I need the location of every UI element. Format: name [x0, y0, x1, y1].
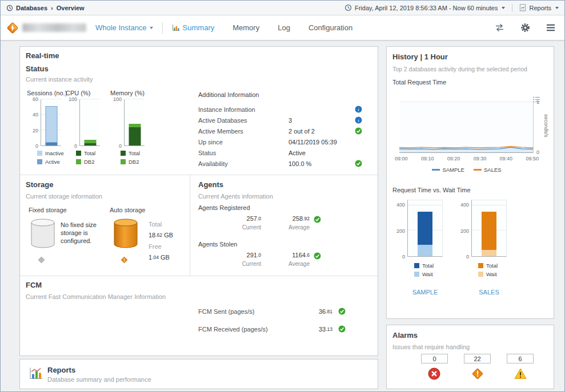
info-label: FCM Received (pages/s): [198, 326, 291, 333]
scope-selector[interactable]: Whole Instance: [95, 23, 153, 32]
check-icon: [355, 160, 364, 167]
divider: [162, 22, 163, 34]
plot-area: [41, 99, 61, 146]
total-request-time-chart: 1 0 seconds/s 09:0009:1009:2009:3009:400…: [392, 102, 549, 181]
check-icon: [355, 127, 364, 135]
info-label: Availability: [198, 160, 288, 167]
chart-legend: TotalWait: [478, 262, 518, 277]
chart-legend: TotalDB2: [121, 150, 155, 165]
info-icon[interactable]: i: [355, 116, 364, 124]
x-axis-tick: 09:10: [421, 156, 434, 161]
y-axis-tick: 0: [35, 144, 38, 149]
plot-area: [471, 200, 507, 257]
breadcrumb-overview: Overview: [57, 5, 85, 11]
chart-title: Memory (%): [110, 90, 155, 96]
tab-summary[interactable]: Summary: [172, 23, 215, 32]
reports-panel[interactable]: Reports Database summary and performance: [19, 359, 378, 389]
legend-label: Active: [45, 159, 60, 165]
y-axis-tick: 200: [396, 228, 405, 233]
info-rows: Instance InformationiActive Databases3iA…: [198, 104, 364, 169]
stacked-bar: [84, 99, 96, 146]
legend-swatch: [76, 159, 81, 164]
time-range-selector[interactable]: Friday, April 12, 2019 8:56:33 AM - Now …: [355, 5, 498, 11]
info-label: FCM Sent (pages/s): [198, 308, 291, 315]
report-icon: [519, 4, 526, 11]
chevron-down-icon[interactable]: [555, 7, 559, 9]
reports-chart-icon: [28, 366, 43, 383]
info-value: 33.13: [291, 326, 338, 333]
header-actions: [495, 23, 559, 33]
gear-icon[interactable]: [520, 23, 530, 33]
app-window: Databases › Overview Friday, April 12, 2…: [0, 0, 565, 392]
fatal-count[interactable]: 0: [421, 354, 448, 363]
legend-label: Wait: [422, 271, 433, 277]
top-bar: Databases › Overview Friday, April 12, 2…: [1, 1, 564, 15]
divider: [20, 276, 378, 276]
sessions-chart: Sessions (no.) 6040200 InactiveActive: [27, 90, 71, 165]
check-icon: [314, 252, 321, 262]
bar-segment-active: [45, 143, 57, 146]
info-icon[interactable]: i: [355, 106, 364, 113]
check-icon: [338, 308, 347, 315]
breadcrumb-databases[interactable]: Databases: [16, 5, 47, 11]
menu-icon[interactable]: [546, 24, 555, 31]
y-axis: 1000: [66, 99, 79, 146]
chart-legend: TotalDB2: [76, 150, 110, 165]
legend-label: Total: [129, 150, 140, 156]
x-axis-tick: 09:30: [474, 156, 487, 161]
fatal-icon[interactable]: [428, 367, 440, 380]
critical-count[interactable]: 22: [464, 354, 491, 363]
critical-status-icon[interactable]: [121, 256, 128, 266]
info-row: Availability100.0 %: [198, 158, 364, 169]
y-axis: 1000: [110, 99, 124, 146]
info-label: Active Databases: [198, 117, 288, 124]
legend-label: Total: [84, 150, 95, 156]
y-axis: 6040200: [27, 99, 41, 146]
fixed-storage-message: No fixed size storage is configured.: [61, 221, 111, 245]
x-axis-tick: 09:00: [395, 156, 408, 161]
history-panel: History | 1 Hour Top 2 databases activit…: [386, 46, 554, 319]
critical-icon[interactable]: [471, 367, 484, 380]
info-label: Instance Information: [198, 106, 288, 113]
tab-memory[interactable]: Memory: [233, 23, 259, 32]
tab-configuration[interactable]: Configuration: [308, 23, 352, 32]
tab-bar: Summary Memory Log Configuration: [172, 23, 353, 32]
bar-segment-wait: [418, 245, 432, 256]
topbar-actions: Friday, April 12, 2019 8:56:33 AM - Now …: [344, 4, 559, 12]
legend-item: SAMPLE: [432, 167, 464, 173]
bar-segment-total: [482, 212, 496, 250]
normal-status-icon: [38, 256, 45, 266]
warning-count[interactable]: 6: [507, 354, 534, 363]
fcm-rows: FCM Sent (pages/s)36.81FCM Received (pag…: [198, 302, 364, 338]
history-title: History | 1 Hour: [392, 52, 448, 61]
average-label: Average: [261, 224, 310, 231]
warning-icon[interactable]: [514, 367, 527, 380]
bar-segment-wait: [482, 250, 496, 256]
y-axis-tick: 100: [113, 97, 122, 102]
reports-menu[interactable]: Reports: [529, 5, 551, 11]
stacked-bar: [129, 99, 141, 146]
current-value: 291.0: [215, 252, 261, 258]
info-row: Active Databases3i: [198, 115, 364, 126]
fcm-title: FCM: [26, 281, 42, 289]
legend-item: SALES: [474, 167, 502, 173]
status-title: Status: [26, 64, 49, 73]
auto-storage-label: Auto storage: [110, 207, 145, 213]
legend-item: Wait: [478, 271, 518, 277]
info-row: StatusActive: [198, 147, 364, 158]
scope-label: Whole Instance: [95, 23, 147, 32]
average-label: Average: [261, 261, 310, 267]
legend-item: DB2: [121, 159, 155, 165]
database-link-sample[interactable]: SAMPLE: [407, 289, 443, 296]
additional-information-title: Additional Information: [198, 91, 364, 98]
info-label: Up since: [198, 139, 288, 146]
chevron-down-icon[interactable]: [502, 7, 505, 9]
legend-swatch: [478, 272, 483, 277]
instance-name-redacted: [22, 23, 86, 32]
database-link-sales[interactable]: SALES: [471, 289, 507, 296]
tab-log[interactable]: Log: [278, 23, 290, 32]
reports-title[interactable]: Reports: [47, 366, 75, 374]
refresh-icon[interactable]: [495, 23, 504, 32]
legend-label: DB2: [129, 159, 139, 165]
average-value: 258.92: [261, 215, 310, 222]
